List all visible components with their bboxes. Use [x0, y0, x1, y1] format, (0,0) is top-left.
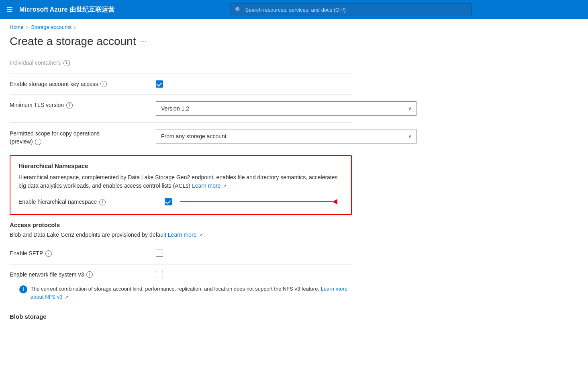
individual-containers-row: Individual containers i: [10, 54, 352, 72]
tls-version-label: Minimum TLS version i: [10, 101, 146, 109]
more-options-button[interactable]: ···: [141, 37, 147, 46]
red-arrow-head: [333, 199, 337, 205]
copy-scope-control: From any storage account ∨: [156, 129, 417, 143]
app-title: Microsoft Azure 由世纪互联运营: [19, 6, 114, 14]
enable-sftp-row: Enable SFTP i: [10, 245, 352, 262]
access-protocols-description: Blob and Data Lake Gen2 endpoints are pr…: [10, 232, 352, 238]
enable-hierarchical-ns-info-icon[interactable]: i: [99, 199, 106, 205]
breadcrumb-home[interactable]: Home: [10, 24, 24, 30]
copy-scope-value: From any storage account: [161, 133, 227, 139]
breadcrumb-storage-accounts[interactable]: Storage accounts: [31, 24, 71, 30]
hierarchical-namespace-title: Hierarchical Namespace: [18, 162, 343, 169]
individual-containers-info-icon[interactable]: i: [63, 60, 70, 66]
learn-more-external-icon: ↗: [223, 183, 227, 190]
copy-scope-chevron-icon: ∨: [408, 133, 412, 139]
red-arrow-line: [180, 201, 333, 202]
enable-key-access-checkbox[interactable]: [156, 80, 163, 88]
tls-version-select[interactable]: Version 1.2 ∨: [156, 101, 417, 116]
tls-chevron-icon: ∨: [408, 106, 412, 111]
tls-version-control: Version 1.2 ∨: [156, 101, 417, 116]
enable-nfs-checkbox[interactable]: [156, 271, 163, 278]
enable-hierarchical-ns-checkbox[interactable]: [165, 198, 172, 205]
copy-scope-row: Permitted scope for copy operations (pre…: [10, 124, 352, 150]
enable-hierarchical-ns-label: Enable hierarchical namespace i: [18, 198, 155, 206]
hierarchical-namespace-section: Hierarchical Namespace Hierarchical name…: [10, 155, 352, 215]
nfs-info-circle: i: [19, 285, 27, 293]
topbar: ☰ Microsoft Azure 由世纪互联运营 🔍 Search resou…: [0, 0, 588, 19]
nfs-info-note: i The current combination of storage acc…: [19, 285, 352, 301]
copy-scope-select[interactable]: From any storage account ∨: [156, 129, 417, 143]
enable-key-access-label: Enable storage account key access i: [10, 80, 146, 88]
search-bar[interactable]: 🔍 Search resources, services, and docs (…: [231, 3, 472, 16]
enable-hierarchical-ns-control: [165, 198, 343, 205]
enable-nfs-label: Enable network file system v3 i: [10, 271, 146, 279]
search-icon: 🔍: [235, 6, 242, 13]
copy-scope-info-icon[interactable]: i: [35, 139, 41, 145]
enable-sftp-info-icon[interactable]: i: [45, 250, 52, 257]
nfs-info-text: The current combination of storage accou…: [31, 285, 352, 301]
enable-sftp-checkbox[interactable]: [156, 250, 163, 257]
blob-storage-heading: Blob storage: [10, 309, 352, 320]
access-protocols-section: Access protocols Blob and Data Lake Gen2…: [10, 221, 352, 301]
breadcrumb: Home > Storage accounts >: [0, 19, 588, 32]
menu-icon[interactable]: ☰: [6, 5, 13, 14]
enable-nfs-info-icon[interactable]: i: [86, 271, 93, 278]
search-placeholder: Search resources, services, and docs (G+…: [245, 7, 345, 13]
hierarchical-namespace-description: Hierarchical namespace, complemented by …: [18, 173, 343, 190]
breadcrumb-sep2: >: [74, 25, 76, 30]
enable-hierarchical-ns-row: Enable hierarchical namespace i: [18, 197, 343, 208]
page-title: Create a storage account: [10, 35, 136, 48]
enable-nfs-row: Enable network file system v3 i: [10, 266, 352, 284]
individual-containers-label: Individual containers i: [10, 59, 146, 67]
tls-version-value: Version 1.2: [161, 105, 189, 112]
nfs-external-icon: ↗: [65, 294, 68, 301]
main-content: Individual containers i Enable storage a…: [0, 54, 361, 330]
tls-info-icon[interactable]: i: [66, 102, 73, 109]
enable-nfs-control: [156, 271, 352, 278]
enable-key-access-control: [156, 80, 352, 88]
tls-version-row: Minimum TLS version i Version 1.2 ∨: [10, 96, 352, 121]
copy-scope-label: Permitted scope for copy operations (pre…: [10, 129, 146, 146]
hierarchical-namespace-learn-more[interactable]: Learn more ↗: [192, 182, 227, 189]
access-protocols-external-icon: ↗: [199, 233, 202, 238]
enable-key-access-row: Enable storage account key access i: [10, 76, 352, 93]
page-title-row: Create a storage account ···: [0, 32, 588, 54]
enable-sftp-label: Enable SFTP i: [10, 250, 146, 258]
breadcrumb-sep1: >: [26, 25, 29, 30]
access-protocols-title: Access protocols: [10, 221, 352, 228]
red-arrow-annotation: [180, 199, 337, 205]
access-protocols-learn-more[interactable]: Learn more ↗: [168, 232, 202, 238]
enable-sftp-control: [156, 250, 352, 257]
enable-key-access-info-icon[interactable]: i: [100, 81, 107, 87]
